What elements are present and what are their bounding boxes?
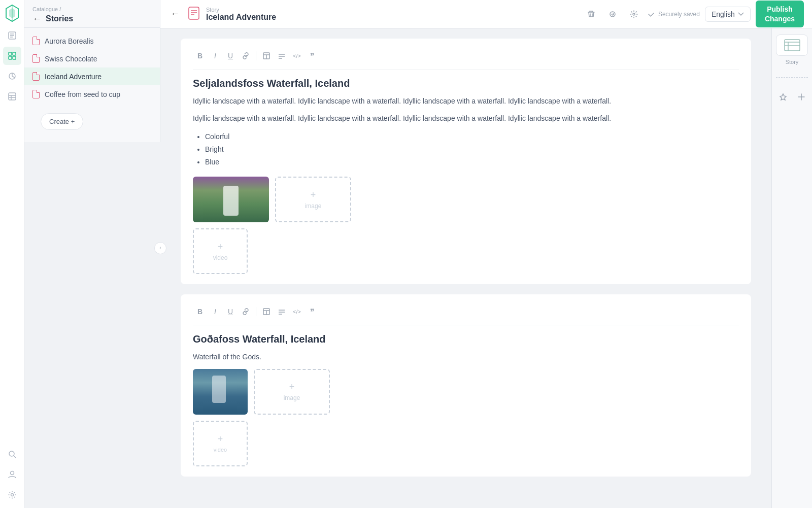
editor-area: B I U </> ❞ Seljalandsfoss — [160, 28, 812, 508]
panel-pin-button[interactable] — [776, 90, 790, 104]
svg-rect-7 — [13, 56, 16, 59]
story-icon — [188, 6, 200, 22]
block-1-para-1: Idyllic landscape with a waterfall. Idyl… — [193, 95, 739, 107]
sidebar-collapse-button[interactable]: ‹ — [154, 242, 166, 254]
topbar: ← Story Iceland Adventure — [160, 0, 812, 28]
block-1-para-2: Idyllic landscape with a waterfall. Idyl… — [193, 113, 739, 124]
panel-add-buttons — [776, 90, 808, 104]
topbar-story-label: Story — [206, 7, 577, 13]
topbar-info: Story Iceland Adventure — [206, 7, 577, 22]
content-block-1: B I U </> ❞ Seljalandsfoss — [181, 39, 751, 284]
nav-icon-search[interactable] — [3, 445, 21, 463]
right-panel-divider — [776, 77, 808, 78]
video-placeholder-2[interactable]: + video — [193, 421, 248, 466]
toolbar-code[interactable]: </> — [290, 49, 304, 63]
block-2-title: Goðafoss Waterfall, Iceland — [193, 333, 739, 345]
share-button[interactable] — [604, 6, 621, 22]
doc-icon-coffee — [32, 90, 40, 98]
toolbar-quote[interactable]: ❞ — [305, 49, 319, 63]
svg-rect-36 — [785, 40, 800, 51]
svg-point-23 — [633, 13, 635, 15]
toolbar-italic[interactable]: I — [208, 49, 222, 63]
delete-button[interactable] — [583, 6, 599, 22]
list-item-1: Colorful — [205, 130, 739, 143]
toolbar-underline-2[interactable]: U — [223, 304, 238, 319]
svg-line-14 — [14, 456, 16, 458]
sidebar-list: Aurora Borealis Swiss Chocolate Iceland … — [24, 28, 160, 107]
toolbar-sep-2 — [256, 307, 256, 316]
toolbar-link-2[interactable] — [239, 304, 253, 319]
publish-button[interactable]: Publish Changes — [756, 1, 804, 27]
image-placeholder-label-1: image — [305, 202, 322, 210]
sidebar-item-iceland[interactable]: Iceland Adventure — [24, 67, 160, 85]
list-item-2: Bright — [205, 143, 739, 156]
image-placeholder-label-2: image — [284, 394, 300, 401]
topbar-actions: Securely saved English Publish Changes — [583, 1, 804, 27]
toolbar-bold-2[interactable]: B — [193, 304, 207, 319]
right-panel-story-label: Story — [786, 59, 799, 65]
sidebar: Catalogue / ← Stories Aurora Borealis Sw… — [24, 0, 160, 142]
doc-icon-iceland — [32, 72, 40, 81]
nav-icon-table[interactable] — [3, 87, 21, 106]
toolbar-italic-2[interactable]: I — [208, 304, 222, 319]
nav-icon-doc[interactable] — [3, 26, 21, 45]
toolbar-list[interactable] — [275, 49, 289, 63]
media-grid-2: + image — [193, 369, 739, 415]
create-button[interactable]: Create + — [41, 113, 83, 130]
language-label: English — [712, 10, 735, 18]
sidebar-title: Stories — [46, 14, 73, 23]
saved-status: Securely saved — [647, 10, 700, 18]
nav-icon-shapes[interactable] — [3, 67, 21, 85]
app-logo[interactable] — [4, 4, 20, 20]
content-block-2: B I U </> ❞ Goðafoss Waterf — [181, 294, 751, 476]
nav-icon-user[interactable] — [3, 465, 21, 484]
toolbar-link[interactable] — [239, 49, 253, 63]
image-1[interactable] — [193, 177, 269, 222]
media-grid-1: + image — [193, 177, 739, 222]
nav-icon-grid[interactable] — [3, 47, 21, 65]
language-selector[interactable]: English — [705, 7, 751, 22]
toolbar-underline[interactable]: U — [223, 49, 238, 63]
nav-icon-settings[interactable] — [3, 486, 21, 504]
svg-rect-5 — [13, 52, 16, 55]
svg-rect-6 — [9, 56, 12, 59]
video-placeholder-1[interactable]: + video — [193, 228, 248, 274]
sidebar-item-swiss[interactable]: Swiss Chocolate — [24, 50, 160, 67]
back-button[interactable]: ← — [32, 14, 42, 23]
breadcrumb: Catalogue / — [32, 6, 152, 12]
toolbar-quote-2[interactable]: ❞ — [305, 304, 319, 319]
right-panel-story-section: Story — [776, 35, 808, 65]
toolbar-sep-1 — [256, 51, 256, 60]
svg-rect-9 — [9, 93, 16, 100]
image-placeholder-1[interactable]: + image — [275, 177, 351, 222]
svg-rect-17 — [189, 7, 199, 19]
topbar-back-button[interactable]: ← — [168, 7, 182, 21]
sidebar-header: Catalogue / ← Stories — [24, 0, 160, 28]
image-2[interactable] — [193, 369, 248, 415]
doc-icon-swiss — [32, 54, 40, 63]
toolbar-row-1: B I U </> ❞ — [193, 49, 739, 70]
svg-point-13 — [9, 451, 14, 456]
toolbar-row-2: B I U </> ❞ — [193, 304, 739, 325]
toolbar-table-2[interactable] — [259, 304, 274, 319]
saved-text: Securely saved — [658, 11, 700, 18]
video-placeholder-label-1: video — [213, 254, 228, 261]
doc-icon-aurora — [32, 37, 40, 45]
topbar-story-name: Iceland Adventure — [206, 13, 577, 22]
right-panel-icon-group — [776, 35, 808, 56]
toolbar-list-2[interactable] — [275, 304, 289, 319]
svg-rect-4 — [9, 52, 12, 55]
toolbar-code-2[interactable]: </> — [290, 304, 304, 319]
main-content: ← Story Iceland Adventure — [160, 0, 812, 508]
settings-button[interactable] — [626, 6, 642, 22]
list-item-3: Blue — [205, 156, 739, 168]
image-placeholder-2[interactable]: + image — [254, 369, 330, 415]
panel-plus-button[interactable] — [794, 90, 808, 104]
sidebar-item-aurora[interactable]: Aurora Borealis — [24, 32, 160, 50]
sidebar-item-label-coffee: Coffee from seed to cup — [45, 90, 120, 98]
svg-point-16 — [11, 494, 13, 496]
toolbar-bold[interactable]: B — [193, 49, 207, 63]
toolbar-table[interactable] — [259, 49, 274, 63]
block-1-title: Seljalandsfoss Waterfall, Iceland — [193, 78, 739, 89]
sidebar-item-coffee[interactable]: Coffee from seed to cup — [24, 85, 160, 103]
